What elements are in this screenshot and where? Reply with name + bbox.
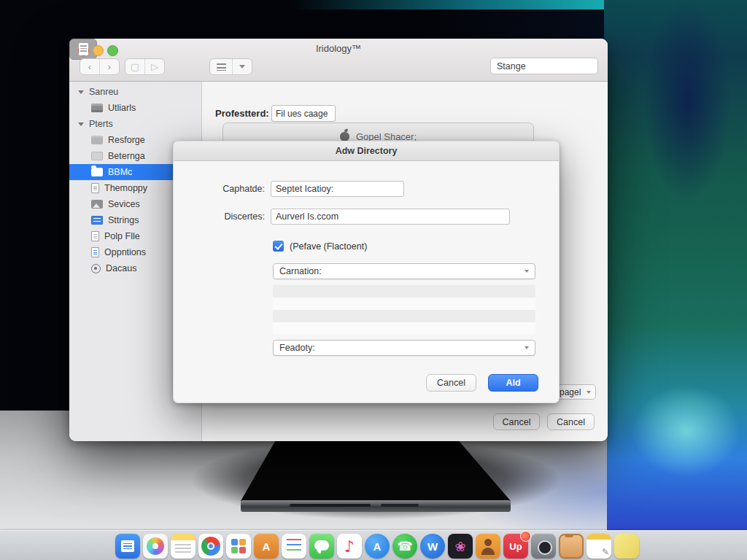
carnation-dropdown-label: Carnation:: [279, 266, 322, 276]
carnation-dropdown[interactable]: Carnation:: [273, 263, 535, 279]
list-dropdown-button[interactable]: [232, 59, 252, 74]
window-cancel-button-2[interactable]: Cancel: [547, 413, 595, 430]
sidebar-item-utliarls[interactable]: Utliarls: [69, 100, 201, 116]
acrobat-letter: A: [254, 534, 279, 559]
directory-input[interactable]: [271, 209, 510, 225]
chevron-down-icon: [587, 391, 591, 394]
sidebar-item-label: Oppntions: [104, 247, 146, 257]
dock-icon-appstore-app[interactable]: A: [365, 534, 390, 559]
sidebar-item-label: Sevices: [108, 199, 140, 209]
dock-icon-up-app[interactable]: Up: [503, 534, 528, 559]
chevron-down-icon: [239, 65, 245, 69]
feadoty-dropdown[interactable]: Feadoty:: [273, 340, 535, 356]
monitor-edge: [241, 500, 511, 512]
document-icon: [91, 231, 99, 241]
window-titlebar: Iridology™ ‹ › ▢ ▷: [69, 39, 608, 82]
window-title: Iridology™: [69, 43, 608, 54]
forward-button[interactable]: ›: [99, 59, 119, 74]
dock-icon-notes-app[interactable]: [171, 534, 196, 559]
dock-icon-messages-app[interactable]: [309, 534, 334, 559]
caption-input[interactable]: [271, 181, 404, 197]
sidebar-item-label: Resforge: [108, 135, 145, 145]
sidebar-item-label: Polp Flle: [104, 231, 140, 241]
sidebar-item-label: Sttrings: [108, 215, 139, 225]
profile-label: Profestterd:: [215, 108, 269, 119]
sidebar-item-label: Pterts: [89, 119, 113, 129]
document-blue-icon: [91, 247, 99, 257]
shape-square-button[interactable]: ▢: [125, 59, 144, 74]
dock-icon-camera-app[interactable]: [531, 534, 556, 559]
dock-icon-word-app[interactable]: W: [420, 534, 445, 559]
search-input[interactable]: [490, 58, 598, 74]
list-segment: [209, 58, 252, 75]
dock-icon-notepad-app[interactable]: [587, 534, 611, 559]
archive-icon: [91, 104, 103, 112]
sidebar-item-label: Utliarls: [108, 103, 136, 113]
add-directory-dialog: Adw Directory Caphatde: Discertes: (Pefa…: [173, 141, 560, 403]
shapes-segment: ▢ ▷: [125, 58, 165, 75]
sidebar-group-sanreu[interactable]: Sanreu: [69, 84, 201, 100]
shape-arrow-button[interactable]: ▷: [144, 59, 164, 74]
photo-icon: [91, 200, 103, 209]
sidebar-item-label: Dacaus: [106, 263, 136, 273]
dock-icon-docs-app[interactable]: [115, 534, 140, 559]
dialog-cancel-button[interactable]: Cancel: [426, 374, 476, 392]
dock-icon-acrobat-app[interactable]: A: [254, 534, 279, 559]
dock-icon-folder-app[interactable]: [559, 534, 584, 559]
dock-icon-appgrid-app[interactable]: [226, 534, 251, 559]
sidebar-item-label: Sanreu: [89, 87, 118, 97]
window-cancel-button[interactable]: Cancel: [493, 413, 540, 430]
dock-icon-music-app[interactable]: [337, 534, 362, 559]
box-icon: [91, 136, 103, 144]
disclosure-triangle-icon[interactable]: [78, 90, 84, 94]
list-lines-icon: [217, 63, 226, 71]
dock-icon-reminders-app[interactable]: [282, 534, 306, 559]
folder-icon: [91, 168, 103, 176]
dock-icon-avatar-app[interactable]: [476, 534, 500, 559]
dock-icon-photos-app[interactable]: [143, 534, 168, 559]
chevron-down-icon: [525, 270, 529, 273]
page-dropdown-label: pagel: [560, 387, 581, 397]
nav-segment: ‹ ›: [80, 58, 120, 75]
dock-icon-sticky-note-app[interactable]: [614, 534, 639, 559]
dock-icon-row: A A W Up: [115, 534, 639, 559]
globe-icon: [91, 264, 101, 273]
sidebar-item-label: BBMc: [108, 167, 132, 177]
apple-logo-icon: [340, 132, 349, 141]
preserve-checkbox-label: (Pefave (Flactoent): [290, 241, 367, 252]
word-letter: W: [420, 534, 445, 559]
preserve-checkbox[interactable]: [273, 241, 284, 252]
directory-listbox[interactable]: [273, 285, 535, 334]
profile-field[interactable]: [271, 105, 336, 122]
page-dropdown[interactable]: pagel: [554, 384, 596, 400]
disclosure-triangle-icon[interactable]: [78, 122, 84, 126]
sidebar-group-pterts[interactable]: Pterts: [69, 116, 201, 132]
sidebar-item-label: Themoppy: [104, 183, 147, 193]
strings-icon: [91, 216, 103, 225]
appstore-letter: A: [365, 534, 390, 559]
wallpaper-swirl: [604, 0, 747, 560]
up-app-label: Up: [503, 534, 528, 559]
feadoty-dropdown-label: Feadoty:: [279, 343, 315, 353]
chevron-down-icon: [525, 346, 529, 349]
back-button[interactable]: ‹: [80, 59, 99, 74]
dialog-title: Adw Directory: [174, 141, 559, 161]
dialog-add-button[interactable]: Ald: [488, 374, 538, 392]
sidebar-item-label: Beternga: [108, 151, 145, 161]
caption-label: Caphatde:: [192, 184, 265, 194]
dock-icon-whatsapp-app[interactable]: [392, 534, 417, 559]
blank-box-icon: [91, 152, 103, 160]
list-view-button[interactable]: [210, 59, 232, 74]
document-icon: [91, 183, 99, 193]
dock-icon-darkphotos-app[interactable]: [448, 534, 473, 559]
document-icon: [79, 43, 88, 55]
directory-label: Discertes:: [192, 211, 265, 222]
dock: A A W Up: [0, 530, 747, 560]
dock-icon-chrome-app[interactable]: [198, 534, 223, 559]
